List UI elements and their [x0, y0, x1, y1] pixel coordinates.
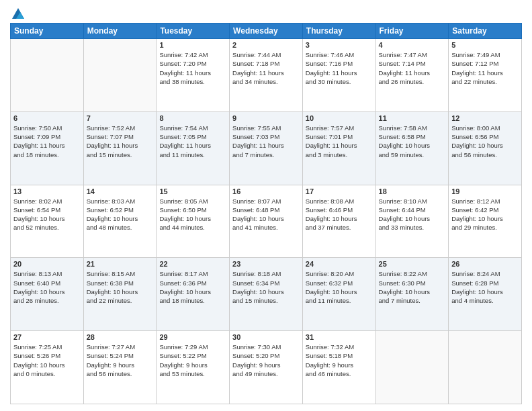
- calendar-cell: 18Sunrise: 8:10 AM Sunset: 6:44 PM Dayli…: [375, 185, 449, 258]
- day-number: 27: [13, 333, 81, 341]
- day-info: Sunrise: 7:55 AM Sunset: 7:03 PM Dayligh…: [232, 124, 300, 159]
- calendar-cell: 1Sunrise: 7:42 AM Sunset: 7:20 PM Daylig…: [157, 39, 230, 112]
- day-info: Sunrise: 7:47 AM Sunset: 7:14 PM Dayligh…: [379, 50, 446, 86]
- calendar-cell: 31Sunrise: 7:32 AM Sunset: 5:18 PM Dayli…: [302, 331, 375, 404]
- day-info: Sunrise: 7:27 AM Sunset: 5:24 PM Dayligh…: [87, 342, 154, 378]
- calendar: SundayMondayTuesdayWednesdayThursdayFrid…: [10, 23, 522, 404]
- day-info: Sunrise: 8:18 AM Sunset: 6:34 PM Dayligh…: [232, 269, 300, 305]
- calendar-cell: 5Sunrise: 7:49 AM Sunset: 7:12 PM Daylig…: [449, 39, 522, 112]
- day-info: Sunrise: 7:54 AM Sunset: 7:05 PM Dayligh…: [159, 124, 226, 159]
- day-info: Sunrise: 7:32 AM Sunset: 5:18 PM Dayligh…: [306, 342, 373, 378]
- calendar-cell: 4Sunrise: 7:47 AM Sunset: 7:14 PM Daylig…: [375, 39, 449, 112]
- calendar-cell: 2Sunrise: 7:44 AM Sunset: 7:18 PM Daylig…: [230, 39, 303, 112]
- logo-icon: [11, 7, 26, 21]
- day-number: 28: [87, 333, 154, 341]
- day-info: Sunrise: 8:17 AM Sunset: 6:36 PM Dayligh…: [159, 269, 226, 305]
- calendar-cell: 9Sunrise: 7:55 AM Sunset: 7:03 PM Daylig…: [230, 111, 303, 185]
- calendar-cell: 7Sunrise: 7:52 AM Sunset: 7:07 PM Daylig…: [83, 111, 157, 185]
- day-info: Sunrise: 8:10 AM Sunset: 6:44 PM Dayligh…: [379, 197, 446, 232]
- calendar-cell: 24Sunrise: 8:20 AM Sunset: 6:32 PM Dayli…: [302, 258, 375, 331]
- calendar-cell: 29Sunrise: 7:29 AM Sunset: 5:22 PM Dayli…: [157, 331, 230, 404]
- day-info: Sunrise: 8:00 AM Sunset: 6:56 PM Dayligh…: [451, 124, 519, 159]
- calendar-cell: 15Sunrise: 8:05 AM Sunset: 6:50 PM Dayli…: [157, 185, 230, 258]
- calendar-cell: 30Sunrise: 7:30 AM Sunset: 5:20 PM Dayli…: [230, 331, 303, 404]
- day-number: 12: [451, 114, 519, 122]
- calendar-week-row: 27Sunrise: 7:25 AM Sunset: 5:26 PM Dayli…: [11, 331, 522, 404]
- calendar-week-row: 20Sunrise: 8:13 AM Sunset: 6:40 PM Dayli…: [11, 258, 522, 331]
- day-number: 14: [87, 187, 154, 195]
- day-number: 3: [306, 41, 373, 49]
- calendar-week-row: 13Sunrise: 8:02 AM Sunset: 6:54 PM Dayli…: [11, 185, 522, 258]
- calendar-week-row: 1Sunrise: 7:42 AM Sunset: 7:20 PM Daylig…: [11, 39, 522, 112]
- calendar-cell: 25Sunrise: 8:22 AM Sunset: 6:30 PM Dayli…: [375, 258, 449, 331]
- day-info: Sunrise: 7:57 AM Sunset: 7:01 PM Dayligh…: [306, 124, 373, 159]
- calendar-cell: 6Sunrise: 7:50 AM Sunset: 7:09 PM Daylig…: [11, 111, 84, 185]
- calendar-weekday-tuesday: Tuesday: [157, 24, 230, 39]
- calendar-cell: [83, 39, 157, 112]
- day-number: 30: [232, 333, 300, 341]
- header: [10, 7, 522, 17]
- calendar-cell: 19Sunrise: 8:12 AM Sunset: 6:42 PM Dayli…: [449, 185, 522, 258]
- day-info: Sunrise: 7:42 AM Sunset: 7:20 PM Dayligh…: [159, 50, 226, 86]
- day-info: Sunrise: 7:44 AM Sunset: 7:18 PM Dayligh…: [232, 50, 300, 86]
- day-number: 18: [379, 187, 446, 195]
- day-info: Sunrise: 8:05 AM Sunset: 6:50 PM Dayligh…: [159, 197, 226, 232]
- calendar-cell: 13Sunrise: 8:02 AM Sunset: 6:54 PM Dayli…: [11, 185, 84, 258]
- day-info: Sunrise: 8:24 AM Sunset: 6:28 PM Dayligh…: [451, 269, 519, 305]
- calendar-cell: 26Sunrise: 8:24 AM Sunset: 6:28 PM Dayli…: [449, 258, 522, 331]
- day-number: 10: [306, 114, 373, 122]
- day-number: 25: [379, 260, 446, 268]
- calendar-cell: 27Sunrise: 7:25 AM Sunset: 5:26 PM Dayli…: [11, 331, 84, 404]
- calendar-cell: 28Sunrise: 7:27 AM Sunset: 5:24 PM Dayli…: [83, 331, 157, 404]
- day-info: Sunrise: 7:52 AM Sunset: 7:07 PM Dayligh…: [87, 124, 154, 159]
- day-info: Sunrise: 8:07 AM Sunset: 6:48 PM Dayligh…: [232, 197, 300, 232]
- calendar-cell: 21Sunrise: 8:15 AM Sunset: 6:38 PM Dayli…: [83, 258, 157, 331]
- calendar-header-row: SundayMondayTuesdayWednesdayThursdayFrid…: [11, 24, 522, 39]
- calendar-cell: 14Sunrise: 8:03 AM Sunset: 6:52 PM Dayli…: [83, 185, 157, 258]
- calendar-cell: [449, 331, 522, 404]
- day-number: 26: [451, 260, 519, 268]
- day-info: Sunrise: 8:13 AM Sunset: 6:40 PM Dayligh…: [13, 269, 81, 305]
- calendar-cell: 16Sunrise: 8:07 AM Sunset: 6:48 PM Dayli…: [230, 185, 303, 258]
- calendar-weekday-thursday: Thursday: [302, 24, 375, 39]
- day-info: Sunrise: 8:20 AM Sunset: 6:32 PM Dayligh…: [306, 269, 373, 305]
- day-info: Sunrise: 7:49 AM Sunset: 7:12 PM Dayligh…: [451, 50, 519, 86]
- logo: [10, 7, 26, 17]
- day-number: 1: [159, 41, 226, 49]
- day-info: Sunrise: 8:22 AM Sunset: 6:30 PM Dayligh…: [379, 269, 446, 305]
- calendar-cell: 22Sunrise: 8:17 AM Sunset: 6:36 PM Dayli…: [157, 258, 230, 331]
- day-info: Sunrise: 8:12 AM Sunset: 6:42 PM Dayligh…: [451, 197, 519, 232]
- day-info: Sunrise: 8:15 AM Sunset: 6:38 PM Dayligh…: [87, 269, 154, 305]
- calendar-cell: 8Sunrise: 7:54 AM Sunset: 7:05 PM Daylig…: [157, 111, 230, 185]
- day-number: 15: [159, 187, 226, 195]
- day-number: 24: [306, 260, 373, 268]
- calendar-cell: 23Sunrise: 8:18 AM Sunset: 6:34 PM Dayli…: [230, 258, 303, 331]
- day-number: 9: [232, 114, 300, 122]
- day-number: 29: [159, 333, 226, 341]
- day-number: 11: [379, 114, 446, 122]
- day-info: Sunrise: 8:08 AM Sunset: 6:46 PM Dayligh…: [306, 197, 373, 232]
- calendar-cell: 11Sunrise: 7:58 AM Sunset: 6:58 PM Dayli…: [375, 111, 449, 185]
- calendar-week-row: 6Sunrise: 7:50 AM Sunset: 7:09 PM Daylig…: [11, 111, 522, 185]
- day-number: 4: [379, 41, 446, 49]
- day-number: 8: [159, 114, 226, 122]
- day-info: Sunrise: 7:50 AM Sunset: 7:09 PM Dayligh…: [13, 124, 81, 159]
- day-number: 22: [159, 260, 226, 268]
- day-number: 2: [232, 41, 300, 49]
- day-info: Sunrise: 7:25 AM Sunset: 5:26 PM Dayligh…: [13, 342, 81, 378]
- page: SundayMondayTuesdayWednesdayThursdayFrid…: [0, 0, 532, 411]
- day-info: Sunrise: 8:02 AM Sunset: 6:54 PM Dayligh…: [13, 197, 81, 232]
- day-number: 31: [306, 333, 373, 341]
- calendar-cell: 12Sunrise: 8:00 AM Sunset: 6:56 PM Dayli…: [449, 111, 522, 185]
- day-number: 13: [13, 187, 81, 195]
- calendar-weekday-sunday: Sunday: [11, 24, 84, 39]
- calendar-cell: 10Sunrise: 7:57 AM Sunset: 7:01 PM Dayli…: [302, 111, 375, 185]
- calendar-cell: [11, 39, 84, 112]
- day-number: 20: [13, 260, 81, 268]
- day-number: 23: [232, 260, 300, 268]
- day-number: 21: [87, 260, 154, 268]
- day-info: Sunrise: 7:29 AM Sunset: 5:22 PM Dayligh…: [159, 342, 226, 378]
- day-info: Sunrise: 7:30 AM Sunset: 5:20 PM Dayligh…: [232, 342, 300, 378]
- day-info: Sunrise: 8:03 AM Sunset: 6:52 PM Dayligh…: [87, 197, 154, 232]
- day-number: 19: [451, 187, 519, 195]
